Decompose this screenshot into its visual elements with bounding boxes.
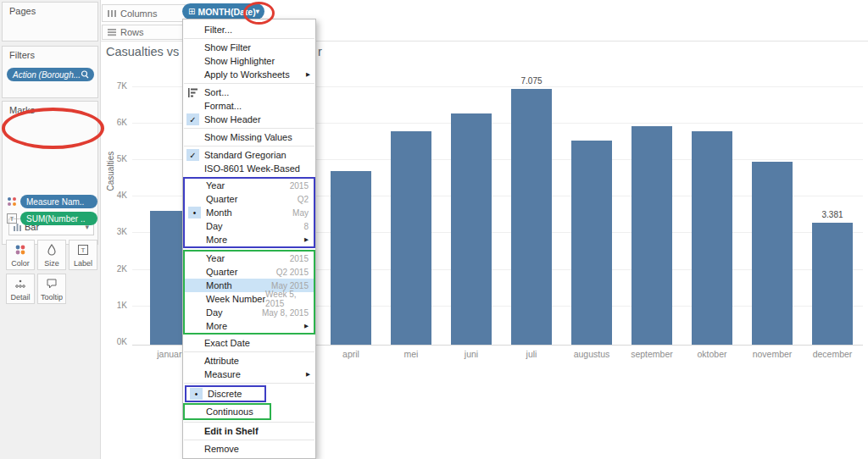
x-axis-label-september: september [622,349,682,359]
menu-item-month-discrete[interactable]: • Month May [185,206,314,219]
y-axis-tick-label: 6K [102,118,127,127]
bar-augustus[interactable] [571,141,612,345]
menu-item-exact-date[interactable]: Exact Date [183,336,315,350]
menu-item-edit-in-shelf[interactable]: Edit in Shelf [183,424,315,438]
menu-item-day-discrete[interactable]: Day 8 [185,219,314,233]
menu-item-format[interactable]: Format... [183,99,315,113]
pages-label: Pages [9,6,36,16]
menu-gutter [186,41,199,53]
bar-value-label: 7.075 [502,76,561,86]
menu-item-label: Measure [204,369,241,379]
menu-item-value: 2015 [290,254,309,263]
menu-item-value: Q2 2015 [276,268,309,277]
menu-gutter [186,55,199,67]
menu-gutter [188,234,201,246]
menu-item-standard-gregorian[interactable]: ✓ Standard Gregorian [183,148,315,162]
menu-item-quarter-discrete[interactable]: Quarter Q2 [185,192,314,206]
sidebar-divider [100,0,101,459]
menu-gutter [188,406,201,418]
label-button[interactable]: T Label [69,240,97,270]
menu-item-attribute[interactable]: Attribute [183,354,315,368]
pages-shelf[interactable]: Pages [2,2,98,41]
bar-oktober[interactable] [692,131,732,345]
submenu-arrow-icon: ▶ [306,371,310,378]
menu-item-label: Format... [204,101,242,111]
columns-shelf-label: Columns [120,8,157,19]
menu-gutter [186,425,199,437]
y-axis-tick-label: 4K [102,191,127,200]
submenu-arrow-icon: ▶ [304,323,309,329]
menu-gutter [188,320,201,332]
menu-item-label: Continuous [206,406,253,417]
menu-item-value: 2015 [290,181,309,191]
label-button-label: Label [70,259,97,268]
menu-gutter [186,163,199,174]
menu-item-apply-to-worksheets[interactable]: Apply to Worksheets ▶ [183,68,315,81]
menu-item-label: ISO-8601 Week-Based [204,163,300,174]
continuous-date-parts-group-annotated: Year 2015 Quarter Q2 2015 Month May 2015… [183,250,315,335]
menu-item-year-discrete[interactable]: Year 2015 [185,179,314,192]
tooltip-button[interactable]: Tooltip [37,274,66,304]
menu-separator [184,383,314,384]
x-axis-label-november: november [743,349,802,359]
detail-button-label: Detail [7,293,34,301]
menu-item-show-header[interactable]: ✓ Show Header [183,113,315,126]
svg-text:T: T [10,215,14,223]
menu-item-sort[interactable]: Sort... [183,86,315,99]
bar-september[interactable] [632,126,672,345]
x-axis-label-juli: juli [502,349,561,359]
menu-item-value: Q2 [298,195,309,204]
menu-item-measure[interactable]: Measure ▶ [183,368,315,381]
filter-pill-action-borough[interactable]: Action (Borough... [7,68,94,81]
bar-juli[interactable] [511,89,552,345]
measure-names-pill[interactable]: Measure Nam.. [20,195,97,208]
measure-names-color-icon [7,196,18,207]
y-axis-tick-label: 3K [102,227,127,236]
menu-item-value: May 2015 [271,281,309,290]
menu-separator [184,351,314,352]
menu-item-more-discrete[interactable]: More ▶ [185,233,314,246]
y-axis-tick-label: 2K [102,264,127,274]
x-axis-label-december: december [803,349,862,359]
menu-item-iso-8601[interactable]: ISO-8601 Week-Based [183,162,315,175]
menu-separator [184,422,314,423]
menu-item-filter[interactable]: Filter... [183,23,315,36]
bar-mei[interactable] [391,131,431,345]
bar-april[interactable] [331,171,371,345]
size-button[interactable]: Size [37,240,66,270]
menu-item-continuous[interactable]: Continuous [185,405,270,418]
action-filter-icon [81,70,89,79]
menu-item-show-filter[interactable]: Show Filter [183,41,315,54]
menu-item-label: Show Filter [204,42,251,53]
color-button[interactable]: Color [6,240,35,270]
menu-item-label: More [206,235,227,245]
menu-gutter [188,307,201,318]
bar-value-label: 3.381 [803,210,862,219]
menu-item-show-missing-values[interactable]: Show Missing Values [183,130,315,144]
x-axis-label-augustus: augustus [562,349,621,359]
menu-item-remove[interactable]: Remove [183,442,315,456]
svg-text:T: T [81,246,86,254]
menu-item-day-continuous[interactable]: Day May 8, 2015 [185,306,314,319]
menu-item-label: Show Missing Values [204,132,292,142]
menu-item-more-continuous[interactable]: More ▶ [185,319,314,333]
sheet-title-fragment: r [318,45,322,58]
menu-item-quarter-continuous[interactable]: Quarter Q2 2015 [185,265,314,279]
menu-item-label: Show Header [204,114,261,124]
date-field-icon: ⊞ [188,7,195,16]
menu-item-show-highlighter[interactable]: Show Highlighter [183,54,315,68]
bar-juni[interactable] [451,113,492,345]
tooltip-bubble-icon [38,278,65,290]
menu-item-label: Week Number [206,294,265,304]
sum-number-pill[interactable]: SUM(Number .. [20,212,97,225]
detail-button[interactable]: Detail [6,274,35,304]
menu-item-discrete[interactable]: • Discrete [186,387,264,401]
menu-item-label: Day [206,307,223,318]
bar-november[interactable] [752,162,793,345]
menu-item-week-number[interactable]: Week Number Week 5, 2015 [185,292,314,306]
menu-item-label: Year [206,180,225,191]
filters-shelf[interactable]: Filters Action (Borough... [2,46,98,98]
bar-december[interactable] [812,223,853,345]
menu-item-year-continuous[interactable]: Year 2015 [185,252,314,265]
plot-area: 0K1K2K3K4K5K6K7Kjanuarifebruarimaartapri… [0,0,868,459]
